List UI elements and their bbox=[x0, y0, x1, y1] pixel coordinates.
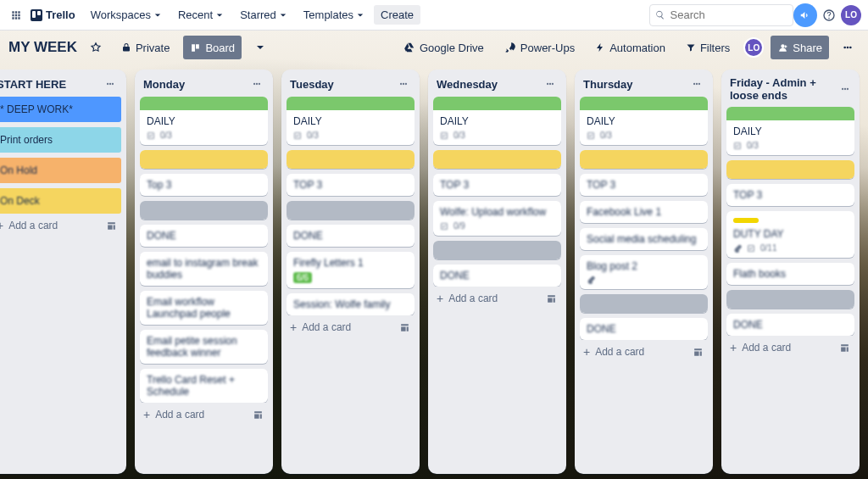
card[interactable] bbox=[580, 294, 708, 313]
nav-label: Templates bbox=[303, 8, 353, 21]
card[interactable] bbox=[580, 150, 708, 169]
card[interactable]: DAILY0/3 bbox=[433, 97, 561, 145]
automation-button[interactable]: Automation bbox=[588, 36, 672, 59]
view-switcher-button[interactable] bbox=[248, 36, 272, 59]
nav-templates-button[interactable]: Templates bbox=[297, 5, 370, 25]
list-title[interactable]: Tuesday bbox=[290, 78, 334, 91]
card-title: Flath books bbox=[733, 268, 848, 280]
add-card-button[interactable]: +Add a card bbox=[575, 340, 713, 365]
list-menu-button[interactable] bbox=[103, 76, 118, 92]
chevron-down-icon bbox=[154, 12, 161, 19]
card[interactable] bbox=[726, 290, 854, 309]
nav-create-button[interactable]: Create bbox=[374, 5, 420, 25]
nav-starred-button[interactable]: Starred bbox=[233, 5, 293, 25]
card[interactable] bbox=[287, 150, 415, 169]
card-template-button[interactable] bbox=[544, 292, 558, 305]
card[interactable]: DONE bbox=[580, 318, 708, 340]
card[interactable]: DAILY0/3 bbox=[287, 97, 415, 145]
list-title[interactable]: START HERE bbox=[0, 78, 66, 91]
card[interactable]: Facebook Live 1 bbox=[580, 201, 708, 223]
top-navbar: Trello Workspaces Recent Starred Templat… bbox=[0, 0, 868, 31]
list-title[interactable]: Friday - Admin + loose ends bbox=[730, 76, 839, 102]
board-member-avatar[interactable]: LO bbox=[743, 37, 764, 58]
card[interactable]: DAILY0/3 bbox=[140, 97, 268, 145]
power-ups-button[interactable]: Power-Ups bbox=[498, 36, 581, 59]
star-board-button[interactable] bbox=[84, 36, 108, 59]
card-cover bbox=[726, 160, 854, 179]
card[interactable]: DUTY DAY0/11 bbox=[726, 211, 854, 258]
card[interactable]: email to instagram break buddies bbox=[140, 252, 268, 286]
card[interactable]: Flath books bbox=[726, 263, 854, 285]
card[interactable] bbox=[726, 160, 854, 179]
add-card-button[interactable]: +Add a card bbox=[0, 214, 126, 239]
card[interactable]: Firefly Letters 16/6 bbox=[287, 252, 415, 288]
cards-container: DAILY0/3TOP 3Facebook Live 1Social media… bbox=[575, 97, 713, 340]
add-card-button[interactable]: +Add a card bbox=[428, 287, 566, 312]
board-canvas[interactable]: START HERE* DEEP WORK*Print ordersOn Hol… bbox=[0, 64, 868, 479]
share-button[interactable]: Share bbox=[771, 36, 829, 59]
card[interactable]: DONE bbox=[287, 225, 415, 247]
list-menu-button[interactable] bbox=[542, 76, 558, 92]
card[interactable]: DAILY0/3 bbox=[726, 107, 854, 155]
add-card-button[interactable]: +Add a card bbox=[281, 315, 420, 341]
card[interactable] bbox=[287, 201, 415, 220]
list-menu-button[interactable] bbox=[249, 76, 264, 92]
card[interactable]: Blog post 2 bbox=[580, 255, 708, 289]
board-view-button[interactable]: Board bbox=[183, 36, 242, 59]
card-template-button[interactable] bbox=[251, 408, 264, 421]
card-template-button[interactable] bbox=[691, 345, 704, 359]
add-card-button[interactable]: +Add a card bbox=[721, 336, 860, 361]
user-avatar[interactable]: LO bbox=[841, 5, 861, 25]
card[interactable]: Email workflow Launchpad people bbox=[140, 291, 268, 325]
avatar-initials: LO bbox=[845, 10, 857, 19]
list-title[interactable]: Thursday bbox=[583, 78, 633, 91]
search-input[interactable] bbox=[670, 8, 787, 21]
card[interactable]: DONE bbox=[726, 314, 854, 336]
nav-workspaces-button[interactable]: Workspaces bbox=[84, 5, 168, 25]
card[interactable]: TOP 3 bbox=[433, 174, 561, 196]
card[interactable]: Email petite session feedback winner bbox=[140, 330, 268, 364]
card[interactable]: Print orders bbox=[0, 127, 121, 153]
card-badges: 0/3 bbox=[440, 131, 554, 140]
card[interactable] bbox=[140, 150, 268, 169]
add-card-button[interactable]: +Add a card bbox=[135, 403, 273, 428]
list-title[interactable]: Wednesday bbox=[437, 78, 498, 91]
card[interactable] bbox=[433, 241, 561, 259]
filters-button[interactable]: Filters bbox=[679, 36, 737, 59]
board-menu-button[interactable] bbox=[836, 36, 860, 59]
card[interactable]: TOP 3 bbox=[287, 174, 415, 196]
card[interactable]: DONE bbox=[140, 225, 268, 247]
card[interactable]: DONE bbox=[433, 265, 561, 287]
card[interactable]: * DEEP WORK* bbox=[0, 97, 121, 122]
search-box[interactable] bbox=[649, 4, 793, 26]
list-title[interactable]: Monday bbox=[143, 78, 185, 91]
google-drive-button[interactable]: Google Drive bbox=[397, 36, 491, 59]
visibility-button[interactable]: Private bbox=[114, 36, 176, 59]
card[interactable] bbox=[140, 201, 268, 220]
card-template-button[interactable] bbox=[398, 320, 411, 334]
card[interactable]: Wolfe: Upload workflow0/9 bbox=[433, 201, 561, 236]
help-button[interactable] bbox=[817, 3, 841, 27]
board-title[interactable]: MY WEEK bbox=[8, 39, 77, 56]
card[interactable]: Session: Wolfe family bbox=[287, 293, 415, 315]
card-template-button[interactable] bbox=[104, 219, 118, 232]
trello-logo[interactable]: Trello bbox=[31, 8, 75, 21]
card[interactable]: Top 3 bbox=[140, 174, 268, 196]
list-menu-button[interactable] bbox=[396, 76, 411, 92]
google-drive-icon bbox=[403, 42, 415, 53]
card[interactable]: DAILY0/3 bbox=[580, 97, 708, 145]
feedback-button[interactable] bbox=[793, 3, 817, 27]
card[interactable]: TOP 3 bbox=[726, 184, 854, 206]
list-menu-button[interactable] bbox=[689, 76, 704, 92]
card-template-button[interactable] bbox=[837, 341, 851, 354]
nav-recent-button[interactable]: Recent bbox=[171, 5, 230, 25]
card[interactable] bbox=[433, 150, 561, 169]
card[interactable]: On Deck bbox=[0, 188, 121, 214]
card[interactable]: Social media scheduling bbox=[580, 228, 708, 250]
cards-container: DAILY0/3TOP 3Wolfe: Upload workflow0/9DO… bbox=[428, 97, 566, 287]
card[interactable]: Trello Card Reset + Schedule bbox=[140, 369, 268, 403]
list-menu-button[interactable] bbox=[839, 81, 851, 97]
app-switcher-button[interactable] bbox=[7, 6, 25, 25]
card[interactable]: On Hold bbox=[0, 158, 121, 183]
card[interactable]: TOP 3 bbox=[580, 174, 708, 196]
